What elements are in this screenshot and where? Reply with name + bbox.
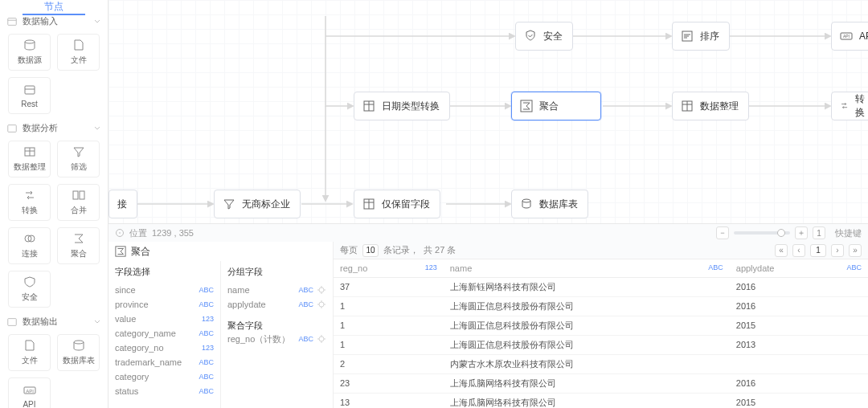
zoom-slider[interactable] bbox=[734, 231, 790, 235]
svg-rect-9 bbox=[8, 318, 17, 325]
node-datecast[interactable]: 日期类型转换 bbox=[354, 92, 450, 120]
node-label: 仅保留字段 bbox=[382, 198, 430, 211]
last-page-button[interactable]: » bbox=[849, 244, 862, 257]
shortcut-label[interactable]: 快捷键 bbox=[835, 227, 862, 239]
table-row[interactable]: 2内蒙古水木原农业科技有限公司 bbox=[334, 354, 868, 373]
tidy-icon bbox=[362, 198, 375, 210]
palette-file[interactable]: 文件 bbox=[57, 34, 100, 71]
node-dbtable[interactable]: 数据库表 bbox=[511, 190, 588, 218]
field-row[interactable]: applydateABC bbox=[227, 297, 326, 312]
palette-label: 数据整理 bbox=[14, 161, 46, 173]
node-label: 聚合 bbox=[539, 100, 559, 113]
palette-merge[interactable]: 合并 bbox=[57, 184, 100, 221]
analysis-icon bbox=[6, 123, 18, 134]
type-tag: ABC bbox=[199, 358, 214, 366]
node-notrademark[interactable]: 无商标企业 bbox=[214, 190, 301, 218]
node-tidy[interactable]: 数据整理 bbox=[672, 92, 749, 120]
palette-convert[interactable]: 转换 bbox=[8, 184, 51, 221]
sidebar-section-output[interactable]: 数据输出 bbox=[0, 316, 108, 328]
cell: 上海圆正信息科技股份有限公司 bbox=[444, 316, 730, 335]
node-trans[interactable]: 转换 bbox=[831, 92, 868, 120]
agg-column-title: 聚合字段 bbox=[227, 320, 326, 332]
palette-out-dbtable[interactable]: 数据库表 bbox=[57, 334, 100, 371]
per-page-value[interactable]: 10 bbox=[362, 244, 379, 257]
shield-icon bbox=[524, 30, 537, 43]
dbtable-icon bbox=[72, 339, 86, 352]
column-header[interactable]: reg_no123 bbox=[334, 259, 444, 277]
sidebar-section-input[interactable]: 数据输入 bbox=[0, 15, 108, 27]
field-name: since bbox=[115, 285, 199, 295]
zoom-out-button[interactable]: － bbox=[716, 226, 729, 239]
first-page-button[interactable]: « bbox=[775, 244, 788, 257]
type-tag: ABC bbox=[199, 300, 214, 308]
cell: 2015 bbox=[730, 393, 868, 408]
palette-datasource[interactable]: 数据源 bbox=[8, 34, 51, 71]
field-row[interactable]: reg_no（计数）ABC bbox=[227, 332, 326, 346]
convert-icon bbox=[23, 189, 37, 202]
table-row[interactable]: 37上海新钰网络科技有限公司2016 bbox=[334, 277, 868, 296]
node-keepfields[interactable]: 仅保留字段 bbox=[354, 190, 440, 218]
node-label: 无商标企业 bbox=[242, 198, 290, 211]
table-row[interactable]: 23上海瓜脑网络科技有限公司2016 bbox=[334, 373, 868, 393]
column-header[interactable]: nameABC bbox=[444, 259, 730, 277]
palette-label: 文件 bbox=[71, 55, 87, 66]
sidebar-tab-nodes[interactable]: 节点 bbox=[23, 0, 85, 15]
zoom-reset-button[interactable]: 1 bbox=[813, 226, 825, 239]
node-label: 数据库表 bbox=[539, 198, 578, 211]
field-row[interactable]: category_nameABC bbox=[115, 326, 214, 341]
palette-join[interactable]: 连接 bbox=[8, 227, 51, 264]
next-page-button[interactable]: › bbox=[831, 244, 844, 257]
field-name: reg_no（计数） bbox=[227, 333, 298, 345]
flow-canvas[interactable]: 安全 排序 APIAPI 日期类型转换 聚合 数据整理 转换 接 无商标企业 仅… bbox=[108, 0, 868, 223]
table-row[interactable]: 1上海圆正信息科技股份有限公司2015 bbox=[334, 316, 868, 335]
node-aggregate[interactable]: 聚合 bbox=[511, 92, 601, 120]
column-header[interactable]: applydateABC bbox=[730, 259, 868, 277]
api-icon: API bbox=[23, 384, 37, 397]
config-pane: 聚合 字段选择 sinceABCprovinceABCvalue123categ… bbox=[108, 242, 334, 408]
palette-aggregate[interactable]: 聚合 bbox=[57, 227, 100, 264]
palette-safe[interactable]: 安全 bbox=[8, 271, 51, 308]
palette-tidy[interactable]: 数据整理 bbox=[8, 141, 51, 177]
node-conn[interactable]: 接 bbox=[108, 190, 137, 218]
column-name: applydate bbox=[736, 263, 775, 273]
sidebar: 节点 数据输入 数据源 文件 Rest 数据分析 数据整理 筛选 转换 合并 连… bbox=[0, 0, 108, 408]
cell: 1 bbox=[334, 316, 444, 335]
field-row[interactable]: category_no123 bbox=[115, 341, 214, 355]
type-tag: 123 bbox=[425, 263, 437, 271]
gear-icon[interactable] bbox=[317, 285, 326, 295]
type-tag: ABC bbox=[298, 335, 313, 343]
node-safe[interactable]: 安全 bbox=[515, 22, 573, 51]
sidebar-section-analysis[interactable]: 数据分析 bbox=[0, 122, 108, 134]
field-row[interactable]: trademark_nameABC bbox=[115, 355, 214, 369]
file-icon bbox=[72, 39, 86, 51]
cursor-label: 位置 bbox=[129, 227, 147, 239]
palette-out-file[interactable]: 文件 bbox=[8, 334, 51, 371]
palette-rest[interactable]: Rest bbox=[8, 77, 51, 114]
node-sort[interactable]: 排序 bbox=[672, 22, 730, 51]
chevron-down-icon bbox=[93, 318, 101, 326]
field-row[interactable]: provinceABC bbox=[115, 297, 214, 312]
field-row[interactable]: value123 bbox=[115, 312, 214, 326]
node-api[interactable]: APIAPI bbox=[831, 22, 868, 51]
gear-icon[interactable] bbox=[317, 334, 326, 344]
table-row[interactable]: 1上海圆正信息科技股份有限公司2016 bbox=[334, 296, 868, 316]
table-row[interactable]: 13上海瓜脑网络科技有限公司2015 bbox=[334, 393, 868, 408]
field-row[interactable]: nameABC bbox=[227, 283, 326, 297]
svg-rect-0 bbox=[8, 18, 17, 25]
table-row[interactable]: 1上海圆正信息科技股份有限公司2013 bbox=[334, 335, 868, 354]
palette-out-api[interactable]: APIAPI bbox=[8, 377, 51, 408]
merge-icon bbox=[72, 189, 86, 202]
prev-page-button[interactable]: ‹ bbox=[792, 244, 805, 257]
field-row[interactable]: categoryABC bbox=[115, 369, 214, 384]
join-icon bbox=[23, 232, 37, 245]
zoom-in-button[interactable]: ＋ bbox=[795, 226, 808, 239]
cell: 上海瓜脑网络科技有限公司 bbox=[444, 393, 730, 408]
field-row[interactable]: sinceABC bbox=[115, 283, 214, 297]
cell: 2016 bbox=[730, 296, 868, 316]
field-row[interactable]: statusABC bbox=[115, 384, 214, 398]
type-tag: ABC bbox=[199, 387, 214, 395]
palette-filter[interactable]: 筛选 bbox=[57, 141, 100, 177]
svg-rect-3 bbox=[8, 124, 17, 132]
gear-icon[interactable] bbox=[317, 300, 326, 309]
palette-label: 合并 bbox=[71, 205, 87, 216]
